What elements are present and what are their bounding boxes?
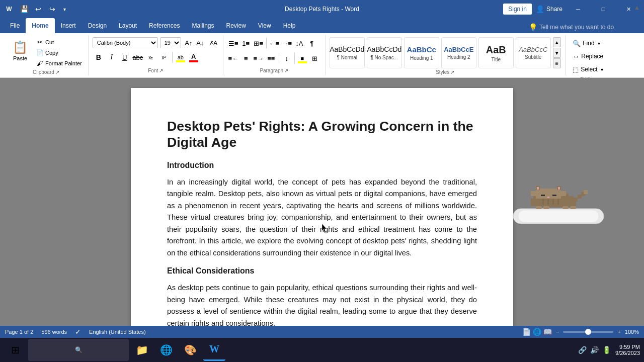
- read-mode-icon[interactable]: 📖: [543, 328, 552, 336]
- line-spacing-button[interactable]: ↕: [281, 52, 293, 64]
- cut-button[interactable]: ✂ Cut: [34, 37, 84, 47]
- sort-button[interactable]: ↕A: [293, 37, 305, 49]
- maximize-button[interactable]: □: [592, 1, 615, 17]
- document-title-text: Desktop Pets' Rights: A Growing Concern …: [167, 118, 477, 150]
- search-icon: 🔍: [75, 346, 83, 353]
- align-center-button[interactable]: ≡: [240, 52, 252, 64]
- justify-button[interactable]: ≡≡: [265, 52, 277, 64]
- strikethrough-button[interactable]: abc: [132, 51, 144, 63]
- spell-check-icon[interactable]: ✓: [75, 328, 81, 336]
- font-size-select[interactable]: 19: [160, 37, 181, 48]
- tab-references[interactable]: References: [143, 18, 186, 33]
- bullets-button[interactable]: ☰≡: [227, 37, 239, 49]
- zoom-slider[interactable]: [563, 331, 613, 333]
- style-heading2[interactable]: AaBbCcE Heading 2: [441, 37, 476, 68]
- tab-file[interactable]: File: [4, 18, 26, 33]
- underline-button[interactable]: U: [119, 51, 131, 63]
- svg-rect-10: [531, 199, 536, 206]
- font-color-button[interactable]: A: [188, 51, 200, 63]
- font-color-indicator: [189, 60, 198, 62]
- styles-expand-icon[interactable]: ↗: [450, 69, 454, 75]
- find-button[interactable]: 🔍 Find ▾: [570, 37, 606, 49]
- collapse-ribbon-button[interactable]: ▲: [634, 4, 640, 11]
- font-family-select[interactable]: Calibri (Body): [93, 37, 158, 48]
- style-heading1[interactable]: AaBbCc Heading 1: [404, 37, 439, 68]
- taskbar-search[interactable]: 🔍: [28, 339, 129, 361]
- decrease-font-button[interactable]: A↓: [195, 37, 206, 48]
- copy-button[interactable]: 📄 Copy: [34, 48, 84, 58]
- show-formatting-button[interactable]: ¶: [306, 37, 318, 49]
- sign-in-button[interactable]: Sign in: [503, 4, 532, 15]
- select-button[interactable]: ⬚ Select ▾: [570, 63, 606, 75]
- subscript-button[interactable]: x₂: [145, 51, 157, 63]
- format-painter-button[interactable]: 🖌 Format Painter: [34, 58, 84, 68]
- taskbar-word[interactable]: W: [203, 339, 225, 361]
- paragraph-group: ☰≡ 1≡ ⊞≡ ←≡ →≡ ↕A ¶ ≡← ≡ ≡→ ≡≡ ↕: [223, 35, 326, 75]
- tab-review[interactable]: Review: [220, 18, 252, 33]
- paragraph-expand-icon[interactable]: ↗: [284, 68, 288, 73]
- taskbar-file-explorer[interactable]: 📁: [131, 339, 153, 361]
- tab-layout[interactable]: Layout: [113, 18, 143, 33]
- print-layout-icon[interactable]: 📄: [522, 328, 531, 336]
- save-button[interactable]: 💾: [18, 3, 30, 15]
- taskbar-paint[interactable]: 🎨: [179, 339, 201, 361]
- text-highlight-button[interactable]: ab: [175, 51, 187, 63]
- battery-icon[interactable]: 🔋: [601, 346, 611, 354]
- language[interactable]: English (United States): [89, 329, 146, 335]
- start-button[interactable]: ⊞: [4, 339, 26, 361]
- tab-design[interactable]: Design: [82, 18, 113, 33]
- svg-rect-13: [531, 191, 536, 196]
- styles-expand-button[interactable]: ≡: [553, 58, 561, 68]
- increase-indent-button[interactable]: →≡: [281, 37, 293, 49]
- align-left-button[interactable]: ≡←: [227, 52, 239, 64]
- paste-label: Paste: [13, 55, 27, 61]
- styles-scroll-up[interactable]: ▲: [553, 37, 561, 47]
- style-normal[interactable]: AaBbCcDd ¶ Normal: [330, 37, 365, 68]
- style-nospace[interactable]: AaBbCcDd ¶ No Spac...: [367, 37, 402, 68]
- tab-home[interactable]: Home: [26, 18, 54, 33]
- taskbar-edge[interactable]: 🌐: [155, 339, 177, 361]
- minimize-button[interactable]: ─: [567, 1, 590, 17]
- style-title[interactable]: AaB Title: [478, 37, 514, 68]
- more-quick-access-button[interactable]: ▾: [60, 3, 68, 15]
- multilevel-button[interactable]: ⊞≡: [253, 37, 265, 49]
- font-group: Calibri (Body) 19 A↑ A↓ ✗A B I U abc: [89, 35, 223, 75]
- zoom-in-icon[interactable]: +: [617, 329, 620, 335]
- status-left: Page 1 of 2 596 words ✓ English (United …: [5, 328, 146, 336]
- styles-scroll-down[interactable]: ▼: [553, 48, 561, 58]
- undo-button[interactable]: ↩: [32, 3, 44, 15]
- italic-button[interactable]: I: [106, 51, 118, 63]
- edge-icon: 🌐: [160, 344, 173, 356]
- zoom-out-icon[interactable]: −: [556, 329, 559, 335]
- tab-mailings[interactable]: Mailings: [186, 18, 220, 33]
- clipboard-expand-icon[interactable]: ↗: [55, 69, 59, 75]
- tab-insert[interactable]: Insert: [55, 18, 82, 33]
- tab-view[interactable]: View: [252, 18, 277, 33]
- align-right-button[interactable]: ≡→: [253, 52, 265, 64]
- numbering-button[interactable]: 1≡: [240, 37, 252, 49]
- taskbar: ⊞ 🔍 📁 🌐 🎨 W 🔗 🔊 🔋 9:59 PM 9/26/2023: [0, 338, 644, 362]
- tell-me-input[interactable]: [539, 24, 640, 31]
- find-dropdown-icon: ▾: [598, 41, 600, 46]
- share-label[interactable]: Share: [546, 6, 562, 13]
- borders-button[interactable]: ⊞: [309, 52, 321, 64]
- style-subtitle[interactable]: AaBbCcC Subtitle: [516, 37, 551, 68]
- paste-button[interactable]: 📋 Paste: [8, 37, 32, 63]
- font-expand-icon[interactable]: ↗: [159, 68, 163, 73]
- network-icon[interactable]: 🔗: [577, 346, 587, 354]
- decrease-indent-button[interactable]: ←≡: [268, 37, 280, 49]
- svg-rect-26: [557, 199, 559, 205]
- pixel-cat-decoration: [503, 168, 614, 229]
- web-layout-icon[interactable]: 🌐: [533, 328, 541, 336]
- clear-format-button[interactable]: ✗A: [208, 37, 219, 48]
- increase-font-button[interactable]: A↑: [183, 37, 194, 48]
- shading-button[interactable]: ■: [296, 52, 308, 64]
- style-h1-label: Heading 1: [410, 55, 433, 61]
- volume-icon[interactable]: 🔊: [589, 346, 599, 354]
- bold-button[interactable]: B: [93, 51, 105, 63]
- redo-button[interactable]: ↪: [46, 3, 58, 15]
- replace-button[interactable]: ↔ Replace: [570, 50, 606, 62]
- tab-help[interactable]: Help: [277, 18, 302, 33]
- editing-group: 🔍 Find ▾ ↔ Replace ⬚ Select ▾ Editing: [566, 35, 611, 75]
- superscript-button[interactable]: x²: [158, 51, 170, 63]
